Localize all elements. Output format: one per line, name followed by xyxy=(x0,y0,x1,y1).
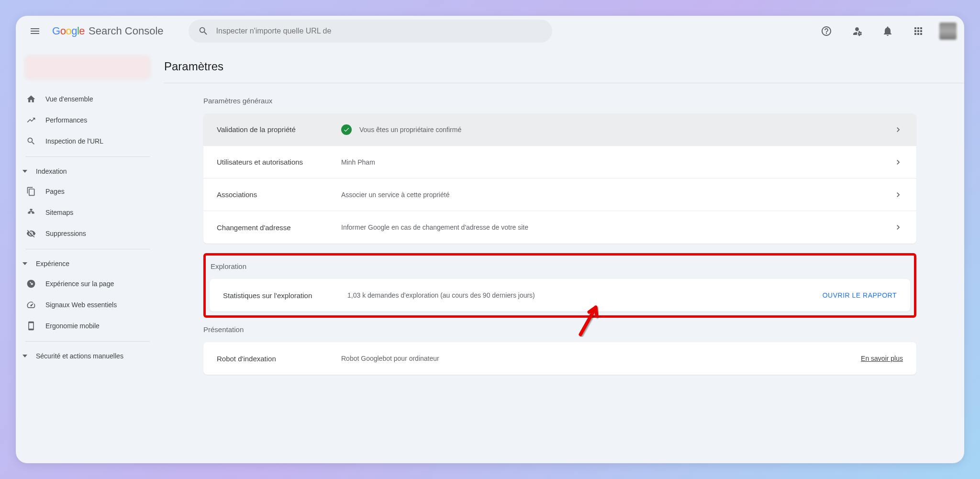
row-value: Vous êtes un propriétaire confirmé xyxy=(341,124,893,135)
circle-arrow-icon xyxy=(26,279,36,289)
help-icon xyxy=(821,25,832,37)
product-name: Search Console xyxy=(89,25,164,37)
sidebar-item-mobile-usability[interactable]: Ergonomie mobile xyxy=(16,315,154,336)
redacted-property xyxy=(473,26,543,36)
person-gear-icon xyxy=(851,25,863,37)
sidebar-item-url-inspection[interactable]: Inspection de l'URL xyxy=(16,131,154,152)
bell-icon xyxy=(882,25,893,37)
row-label: Statistiques sur l'exploration xyxy=(223,291,347,300)
sidebar-item-label: Expérience sur la page xyxy=(45,280,114,288)
sidebar-item-label: Inspection de l'URL xyxy=(45,137,103,145)
row-change-of-address[interactable]: Changement d'adresse Informer Google en … xyxy=(203,211,916,244)
row-label: Validation de la propriété xyxy=(217,125,341,134)
app-header: Google Search Console xyxy=(16,16,964,46)
sidebar-item-removals[interactable]: Suppressions xyxy=(16,223,154,244)
home-icon xyxy=(26,94,36,104)
notifications-button[interactable] xyxy=(878,22,897,41)
row-users-permissions[interactable]: Utilisateurs et autorisations Minh Pham xyxy=(203,146,916,178)
row-value: Robot Googlebot pour ordinateur xyxy=(341,355,861,362)
main-content: Paramètres Paramètres généraux Validatio… xyxy=(159,46,964,463)
search-icon xyxy=(198,26,209,36)
apps-button[interactable] xyxy=(909,22,928,41)
logo[interactable]: Google Search Console xyxy=(52,25,164,37)
sidebar-item-label: Performances xyxy=(45,116,87,124)
caret-down-icon xyxy=(22,354,27,358)
red-arrow-annotation xyxy=(576,299,604,337)
row-label: Robot d'indexation xyxy=(217,355,341,363)
exploration-card: Statistiques sur l'exploration 1,03 k de… xyxy=(210,279,910,312)
mobile-icon xyxy=(26,321,36,331)
sidebar-item-label: Pages xyxy=(45,188,65,195)
presentation-card: Robot d'indexation Robot Googlebot pour … xyxy=(203,342,916,375)
row-label: Associations xyxy=(217,190,341,199)
hamburger-icon xyxy=(29,25,41,37)
search-bar[interactable] xyxy=(189,20,552,43)
sidebar-item-sitemaps[interactable]: Sitemaps xyxy=(16,202,154,223)
users-button[interactable] xyxy=(847,22,867,41)
sidebar-section-security[interactable]: Sécurité et actions manuelles xyxy=(16,346,159,366)
open-report-button[interactable]: OUVRIR LE RAPPORT xyxy=(823,291,897,299)
sidebar: Vue d'ensemble Performances Inspection d… xyxy=(16,46,159,463)
sidebar-item-label: Signaux Web essentiels xyxy=(45,301,117,309)
sidebar-section-label: Expérience xyxy=(36,260,69,267)
url-inspect-input[interactable] xyxy=(216,27,473,35)
page-title: Paramètres xyxy=(164,46,964,83)
section-title: Exploration xyxy=(211,262,910,270)
general-card: Validation de la propriété Vous êtes un … xyxy=(203,113,916,244)
row-label: Changement d'adresse xyxy=(217,223,341,232)
speed-icon xyxy=(26,300,36,310)
apps-grid-icon xyxy=(913,25,924,37)
header-actions xyxy=(817,22,957,41)
sidebar-item-pages[interactable]: Pages xyxy=(16,181,154,202)
sidebar-section-label: Sécurité et actions manuelles xyxy=(36,352,123,360)
sidebar-item-page-experience[interactable]: Expérience sur la page xyxy=(16,273,154,294)
sidebar-item-label: Sitemaps xyxy=(45,209,73,216)
sidebar-section-label: Indexation xyxy=(36,167,67,175)
search-icon xyxy=(26,136,36,146)
row-label: Utilisateurs et autorisations xyxy=(217,158,341,166)
sidebar-item-label: Suppressions xyxy=(45,230,86,237)
visibility-off-icon xyxy=(26,229,36,238)
sidebar-item-overview[interactable]: Vue d'ensemble xyxy=(16,89,154,110)
sidebar-item-label: Vue d'ensemble xyxy=(45,95,93,103)
section-title: Présentation xyxy=(203,325,916,334)
google-logo: Google xyxy=(52,25,85,37)
sidebar-item-core-web-vitals[interactable]: Signaux Web essentiels xyxy=(16,294,154,315)
row-value: Minh Pham xyxy=(341,158,893,166)
sidebar-item-performance[interactable]: Performances xyxy=(16,110,154,131)
chevron-right-icon xyxy=(893,125,903,134)
sidebar-section-experience[interactable]: Expérience xyxy=(16,254,159,273)
row-value: 1,03 k demandes d'exploration (au cours … xyxy=(347,291,823,299)
row-value: Associer un service à cette propriété xyxy=(341,191,893,199)
row-ownership-verification[interactable]: Validation de la propriété Vous êtes un … xyxy=(203,113,916,146)
row-value: Informer Google en cas de changement d'a… xyxy=(341,223,893,231)
avatar[interactable] xyxy=(939,22,957,40)
row-associations[interactable]: Associations Associer un service à cette… xyxy=(203,178,916,211)
pages-icon xyxy=(26,187,36,196)
chevron-right-icon xyxy=(893,223,903,232)
chevron-right-icon xyxy=(893,157,903,167)
menu-button[interactable] xyxy=(23,20,46,43)
caret-down-icon xyxy=(22,261,27,266)
row-crawl-stats[interactable]: Statistiques sur l'exploration 1,03 k de… xyxy=(210,279,910,312)
help-button[interactable] xyxy=(817,22,836,41)
sidebar-section-indexation[interactable]: Indexation xyxy=(16,162,159,181)
chevron-right-icon xyxy=(893,190,903,200)
sitemap-icon xyxy=(26,208,36,217)
row-indexing-crawler[interactable]: Robot d'indexation Robot Googlebot pour … xyxy=(203,342,916,375)
check-circle-icon xyxy=(341,124,352,135)
app-window: Google Search Console xyxy=(16,16,964,463)
property-selector[interactable] xyxy=(25,56,150,79)
exploration-highlight: Exploration Statistiques sur l'explorati… xyxy=(203,253,916,318)
sidebar-item-label: Ergonomie mobile xyxy=(45,322,100,330)
trending-icon xyxy=(26,115,36,125)
section-title: Paramètres généraux xyxy=(203,97,916,105)
caret-down-icon xyxy=(22,169,27,174)
section-general: Paramètres généraux Validation de la pro… xyxy=(164,83,964,375)
learn-more-link[interactable]: En savoir plus xyxy=(861,355,903,362)
